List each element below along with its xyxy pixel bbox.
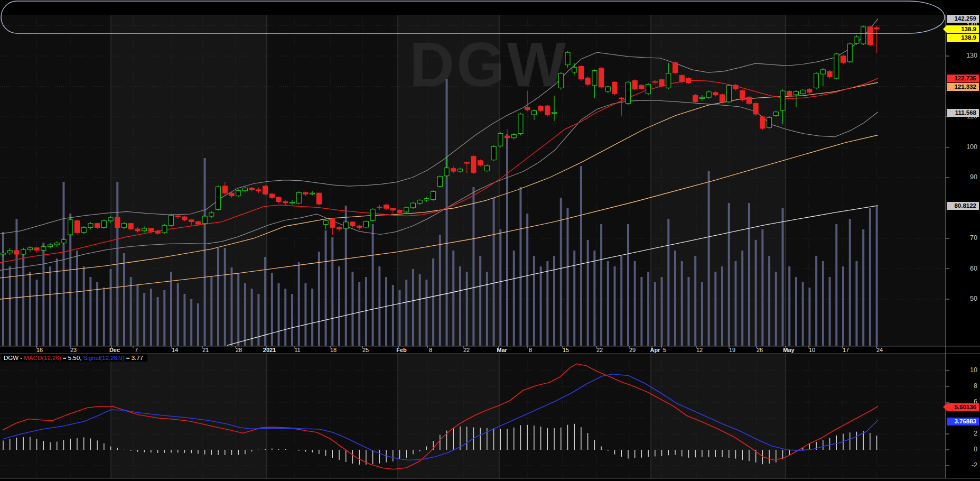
watermark-text: DGW	[409, 30, 568, 99]
chart-canvas[interactable]: DGW	[0, 0, 980, 481]
trading-chart-app: DGW DGW Daily Dautucophieu.net Hotline: …	[0, 0, 980, 481]
